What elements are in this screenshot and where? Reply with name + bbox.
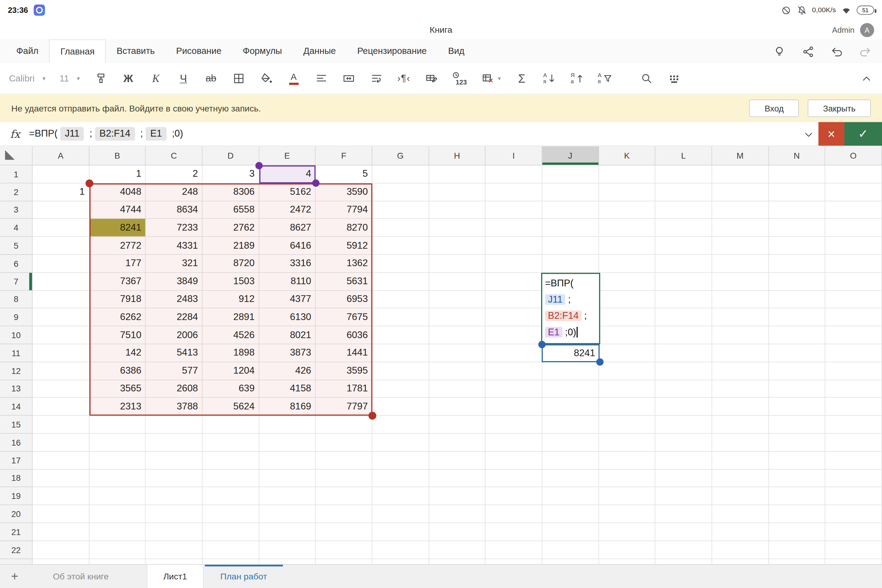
undo-icon[interactable] xyxy=(830,45,843,58)
cell-G22[interactable] xyxy=(372,541,429,559)
cell-G10[interactable] xyxy=(372,327,429,344)
cell-N14[interactable] xyxy=(769,398,825,416)
cell-I4[interactable] xyxy=(486,219,542,237)
row-header-4[interactable]: 4 xyxy=(0,219,33,237)
cell-C9[interactable]: 2284 xyxy=(146,308,202,326)
cell-H1[interactable] xyxy=(429,165,486,183)
cell-I13[interactable] xyxy=(486,380,542,398)
cell-N10[interactable] xyxy=(769,327,825,344)
cell-O4[interactable] xyxy=(825,219,882,237)
cell-I21[interactable] xyxy=(486,523,542,541)
cell-M20[interactable] xyxy=(712,506,769,523)
cell-A21[interactable] xyxy=(33,523,89,541)
cell-F14[interactable]: 7797 xyxy=(316,398,372,416)
sheet-tab-План работ[interactable]: План работ xyxy=(205,565,283,588)
cell-F13[interactable]: 1781 xyxy=(316,380,372,398)
column-header-I[interactable]: I xyxy=(486,146,542,165)
cell-C11[interactable]: 5413 xyxy=(146,344,202,362)
cell-M15[interactable] xyxy=(712,416,769,434)
cell-B11[interactable]: 142 xyxy=(89,344,146,362)
cell-M5[interactable] xyxy=(712,237,769,255)
cell-B5[interactable]: 2772 xyxy=(89,237,146,255)
tips-lightbulb-icon[interactable] xyxy=(773,45,786,58)
cell-E13[interactable]: 4158 xyxy=(259,380,316,398)
cell-K4[interactable] xyxy=(599,219,656,237)
cell-F16[interactable] xyxy=(316,434,372,452)
cell-L17[interactable] xyxy=(656,452,712,469)
cell-A7[interactable] xyxy=(33,273,89,290)
cell-G20[interactable] xyxy=(372,506,429,523)
fill-color-button[interactable] xyxy=(260,68,273,89)
search-button[interactable] xyxy=(640,68,654,89)
cell-G11[interactable] xyxy=(372,344,429,362)
cell-C17[interactable] xyxy=(146,452,202,469)
cell-K9[interactable] xyxy=(599,308,656,326)
cell-J17[interactable] xyxy=(542,452,599,469)
format-painter-button[interactable] xyxy=(94,68,108,89)
cell-M14[interactable] xyxy=(712,398,769,416)
cell-A15[interactable] xyxy=(33,416,89,434)
row-header-5[interactable]: 5 xyxy=(0,237,33,255)
cell-G21[interactable] xyxy=(372,523,429,541)
cell-G5[interactable] xyxy=(372,237,429,255)
cell-A8[interactable] xyxy=(33,291,89,308)
cell-K13[interactable] xyxy=(599,380,656,398)
column-header-F[interactable]: F xyxy=(316,146,372,165)
cell-I8[interactable] xyxy=(486,291,542,308)
text-direction-button[interactable]: ›¶‹ xyxy=(397,68,411,89)
cell-A22[interactable] xyxy=(33,541,89,559)
cell-N5[interactable] xyxy=(769,237,825,255)
cell-C21[interactable] xyxy=(146,523,202,541)
cell-L3[interactable] xyxy=(656,201,712,219)
avatar[interactable]: A xyxy=(860,22,874,37)
cell-A4[interactable] xyxy=(33,219,89,237)
cell-C10[interactable]: 2006 xyxy=(146,327,202,344)
cell-C8[interactable]: 2483 xyxy=(146,291,202,308)
cell-B4[interactable]: 8241 xyxy=(89,219,146,237)
cell-E7[interactable]: 8110 xyxy=(259,273,316,290)
cell-M6[interactable] xyxy=(712,255,769,273)
formula-ref-E1[interactable]: E1 xyxy=(146,127,166,141)
cell-F1[interactable]: 5 xyxy=(316,165,372,183)
cell-B22[interactable] xyxy=(89,541,146,559)
row-header-14[interactable]: 14 xyxy=(0,398,33,416)
cell-H17[interactable] xyxy=(429,452,486,469)
cell-K10[interactable] xyxy=(599,327,656,344)
cell-B10[interactable]: 7510 xyxy=(89,327,146,344)
range-handle-blue-topleft[interactable] xyxy=(538,340,545,348)
cell-D4[interactable]: 2762 xyxy=(202,219,259,237)
cell-K20[interactable] xyxy=(599,506,656,523)
cell-L7[interactable] xyxy=(656,273,712,290)
cell-F17[interactable] xyxy=(316,452,372,469)
cell-I23[interactable] xyxy=(486,559,542,564)
cell-E9[interactable]: 6130 xyxy=(259,308,316,326)
cell-L13[interactable] xyxy=(656,380,712,398)
merge-center-button[interactable] xyxy=(342,68,356,89)
alignment-button[interactable] xyxy=(315,68,328,89)
ribbon-tab-Вид[interactable]: Вид xyxy=(437,39,475,63)
column-header-L[interactable]: L xyxy=(656,146,712,165)
cell-K2[interactable] xyxy=(599,183,656,201)
font-color-button[interactable]: А xyxy=(287,68,300,89)
cell-D3[interactable]: 6558 xyxy=(202,201,259,219)
cell-I20[interactable] xyxy=(486,506,542,523)
cell-D15[interactable] xyxy=(202,416,259,434)
expand-formula-chevron-icon[interactable] xyxy=(802,129,814,141)
table-button[interactable]: ▾ xyxy=(481,68,501,89)
row-header-7[interactable]: 7 xyxy=(0,273,33,290)
cell-I19[interactable] xyxy=(486,487,542,505)
cell-K12[interactable] xyxy=(599,362,656,380)
cell-L20[interactable] xyxy=(656,506,712,523)
cell-M18[interactable] xyxy=(712,470,769,487)
cell-L12[interactable] xyxy=(656,362,712,380)
cell-O3[interactable] xyxy=(825,201,882,219)
cell-I11[interactable] xyxy=(486,344,542,362)
row-header-9[interactable]: 9 xyxy=(0,308,33,326)
cell-G7[interactable] xyxy=(372,273,429,290)
keyboard-toggle-button[interactable] xyxy=(668,68,681,89)
number-format-button[interactable]: 123 xyxy=(452,68,467,89)
cell-E3[interactable]: 2472 xyxy=(259,201,316,219)
cell-J5[interactable] xyxy=(542,237,599,255)
cell-G1[interactable] xyxy=(372,165,429,183)
cell-C18[interactable] xyxy=(146,470,202,487)
